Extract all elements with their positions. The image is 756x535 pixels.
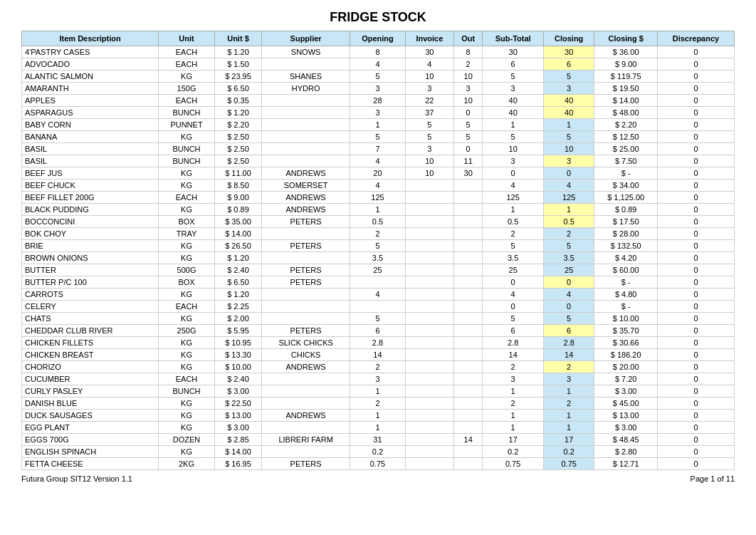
cell-31-7: 1 [483,422,543,434]
cell-24-5 [405,337,453,349]
cell-5-8: 40 [543,107,594,119]
cell-4-7: 40 [483,95,543,107]
cell-27-7: 3 [483,373,543,385]
cell-29-6 [453,398,483,410]
cell-29-3 [262,398,350,410]
cell-8-1: BUNCH [159,143,215,155]
cell-23-7: 6 [483,325,543,337]
cell-21-2: $ 2.25 [214,301,261,313]
cell-11-1: KG [159,180,215,192]
cell-5-6: 0 [453,107,483,119]
cell-16-6 [453,240,483,252]
cell-2-1: KG [159,71,215,83]
table-row: ENGLISH SPINACHKG$ 14.000.20.20.2$ 2.800 [22,446,735,458]
cell-9-1: BUNCH [159,155,215,167]
cell-30-1: KG [159,410,215,422]
cell-13-5 [405,204,453,216]
cell-22-2: $ 2.00 [214,313,261,325]
cell-5-0: ASPARAGUS [22,107,159,119]
cell-34-6 [453,458,483,470]
cell-7-1: KG [159,131,215,143]
cell-12-0: BEEF FILLET 200G [22,192,159,204]
cell-1-1: EACH [159,58,215,71]
cell-27-6 [453,373,483,385]
cell-20-6 [453,289,483,301]
cell-0-2: $ 1.20 [214,46,261,58]
cell-0-4: 8 [350,46,406,58]
cell-0-10: 0 [657,46,734,58]
cell-27-0: CUCUMBER [22,373,159,385]
cell-21-7: 0 [483,301,543,313]
cell-12-1: EACH [159,192,215,204]
cell-23-9: $ 35.70 [594,325,657,337]
cell-16-4: 5 [350,240,406,252]
cell-19-2: $ 6.50 [214,276,261,289]
cell-25-10: 0 [657,349,734,361]
cell-27-1: EACH [159,373,215,385]
cell-29-10: 0 [657,398,734,410]
cell-3-2: $ 6.50 [214,83,261,95]
cell-12-8: 125 [543,192,594,204]
cell-22-10: 0 [657,313,734,325]
table-row: BANANAKG$ 2.5055555$ 12.500 [22,131,735,143]
cell-4-3 [262,95,350,107]
fridge-stock-table: Item DescriptionUnitUnit $SupplierOpenin… [21,31,735,470]
cell-30-8: 1 [543,410,594,422]
cell-25-6 [453,349,483,361]
cell-20-2: $ 1.20 [214,289,261,301]
cell-2-6: 10 [453,71,483,83]
cell-9-7: 3 [483,155,543,167]
cell-0-6: 8 [453,46,483,58]
cell-1-9: $ 9.00 [594,58,657,71]
table-row: BLACK PUDDINGKG$ 0.89ANDREWS111$ 0.890 [22,204,735,216]
cell-6-5: 5 [405,119,453,131]
cell-17-7: 3.5 [483,252,543,264]
cell-0-8: 30 [543,46,594,58]
cell-23-1: 250G [159,325,215,337]
cell-19-3: PETERS [262,276,350,289]
cell-15-9: $ 28.00 [594,228,657,240]
cell-32-4: 31 [350,434,406,446]
cell-12-3: ANDREWS [262,192,350,204]
cell-26-5 [405,361,453,373]
cell-24-1: KG [159,337,215,349]
cell-11-8: 4 [543,180,594,192]
cell-32-5 [405,434,453,446]
cell-20-9: $ 4.80 [594,289,657,301]
cell-15-7: 2 [483,228,543,240]
cell-4-5: 22 [405,95,453,107]
cell-0-5: 30 [405,46,453,58]
cell-4-1: EACH [159,95,215,107]
cell-13-6 [453,204,483,216]
cell-32-8: 17 [543,434,594,446]
cell-31-3 [262,422,350,434]
cell-18-8: 25 [543,264,594,276]
cell-12-9: $ 1,125.00 [594,192,657,204]
cell-17-6 [453,252,483,264]
cell-30-5 [405,410,453,422]
cell-19-8: 0 [543,276,594,289]
cell-9-0: BASIL [22,155,159,167]
cell-22-7: 5 [483,313,543,325]
cell-12-2: $ 9.00 [214,192,261,204]
column-header-out: Out [453,31,483,46]
cell-25-4: 14 [350,349,406,361]
cell-18-1: 500G [159,264,215,276]
cell-0-7: 30 [483,46,543,58]
cell-11-6 [453,180,483,192]
cell-14-4: 0.5 [350,216,406,228]
cell-27-9: $ 7.20 [594,373,657,385]
cell-34-1: 2KG [159,458,215,470]
table-row: BEEF CHUCKKG$ 8.50SOMERSET444$ 34.000 [22,180,735,192]
cell-30-6 [453,410,483,422]
cell-10-1: KG [159,167,215,180]
cell-20-10: 0 [657,289,734,301]
cell-17-1: KG [159,252,215,264]
cell-23-8: 6 [543,325,594,337]
table-row: ALANTIC SALMONKG$ 23.95SHANES5101055$ 11… [22,71,735,83]
cell-4-10: 0 [657,95,734,107]
cell-8-5: 3 [405,143,453,155]
cell-20-1: KG [159,289,215,301]
cell-24-3: SLICK CHICKS [262,337,350,349]
cell-30-2: $ 13.00 [214,410,261,422]
